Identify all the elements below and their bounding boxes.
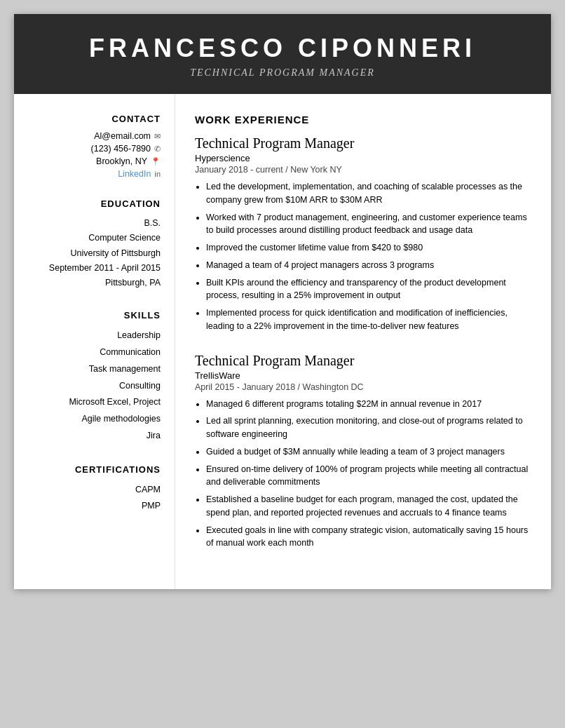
- contact-section-title: CONTACT: [31, 114, 161, 124]
- bullet-item: Executed goals in line with company stra…: [206, 524, 531, 551]
- edu-city: Pittsburgh, PA: [31, 276, 161, 290]
- phone-text: (123) 456-7890: [91, 144, 151, 154]
- education-details: B.S. Computer Science University of Pitt…: [31, 216, 161, 290]
- certifications-section: CERTIFICATIONS CAPMPMP: [31, 464, 161, 515]
- linkedin-icon: in: [154, 170, 161, 178]
- jobs-container: Technical Program ManagerHyperscienceJan…: [195, 135, 531, 550]
- contact-phone: (123) 456-7890 ✆: [31, 144, 161, 154]
- location-text: Brooklyn, NY: [96, 156, 147, 166]
- skill-item: Task management: [31, 361, 161, 378]
- bullet-item: Guided a budget of $3M annually while le…: [206, 445, 531, 459]
- education-section-title: EDUCATION: [31, 198, 161, 209]
- job-bullets: Led the development, implementation, and…: [195, 180, 531, 333]
- certifications-list: CAPMPMP: [31, 482, 161, 515]
- bullet-item: Improved the customer lifetime value fro…: [206, 241, 531, 255]
- edu-field: Computer Science: [31, 231, 161, 245]
- cert-item: PMP: [31, 498, 161, 515]
- resume-body: CONTACT Al@email.com ✉ (123) 456-7890 ✆ …: [14, 94, 551, 589]
- skills-section: SKILLS LeadershipCommunicationTask manag…: [31, 310, 161, 444]
- skills-list: LeadershipCommunicationTask managementCo…: [31, 328, 161, 444]
- education-section: EDUCATION B.S. Computer Science Universi…: [31, 198, 161, 290]
- job-bullets: Managed 6 different programs totaling $2…: [195, 398, 531, 551]
- bullet-item: Ensured on-time delivery of 100% of prog…: [206, 463, 531, 490]
- job-company: TrellisWare: [195, 370, 531, 381]
- job-title: Technical Program Manager: [195, 353, 531, 369]
- bullet-item: Managed a team of 4 project managers acr…: [206, 259, 531, 272]
- job-meta: April 2015 - January 2018 / Washington D…: [195, 382, 531, 392]
- edu-school: University of Pittsburgh: [31, 246, 161, 261]
- skill-item: Jira: [31, 428, 161, 445]
- contact-section: CONTACT Al@email.com ✉ (123) 456-7890 ✆ …: [31, 114, 161, 179]
- bullet-item: Established a baseline budget for each p…: [206, 493, 531, 520]
- skill-item: Leadership: [31, 328, 161, 344]
- skill-item: Consulting: [31, 378, 161, 395]
- job-title: Technical Program Manager: [195, 135, 531, 151]
- job-company: Hyperscience: [195, 153, 531, 163]
- contact-linkedin[interactable]: LinkedIn in: [31, 169, 161, 179]
- bullet-item: Led the development, implementation, and…: [206, 180, 531, 207]
- email-text: Al@email.com: [94, 131, 151, 141]
- certifications-section-title: CERTIFICATIONS: [31, 464, 161, 475]
- contact-email: Al@email.com ✉: [31, 131, 161, 141]
- left-column: CONTACT Al@email.com ✉ (123) 456-7890 ✆ …: [14, 94, 175, 589]
- job-meta: January 2018 - current / New York NY: [195, 165, 531, 175]
- skill-item: Communication: [31, 344, 161, 361]
- edu-degree: B.S.: [31, 216, 161, 231]
- bullet-item: Worked with 7 product management, engine…: [206, 211, 531, 238]
- skill-item: Microsoft Excel, Project: [31, 394, 161, 411]
- right-column: WORK EXPERIENCE Technical Program Manage…: [175, 94, 551, 589]
- skill-item: Agile methodologies: [31, 411, 161, 428]
- contact-location: Brooklyn, NY 📍: [31, 156, 161, 166]
- job-entry: Technical Program ManagerHyperscienceJan…: [195, 135, 531, 333]
- candidate-title: TECHNICAL PROGRAM MANAGER: [28, 67, 537, 79]
- candidate-name: FRANCESCO CIPONNERI: [28, 34, 537, 63]
- job-entry: Technical Program ManagerTrellisWareApri…: [195, 353, 531, 551]
- linkedin-link[interactable]: LinkedIn: [118, 169, 151, 179]
- email-icon: ✉: [154, 132, 161, 141]
- bullet-item: Implemented process for quick identifica…: [206, 306, 531, 333]
- phone-icon: ✆: [154, 144, 161, 154]
- bullet-item: Built KPIs around the efficiency and tra…: [206, 276, 531, 303]
- work-experience-title: WORK EXPERIENCE: [195, 114, 531, 126]
- cert-item: CAPM: [31, 482, 161, 499]
- skills-section-title: SKILLS: [31, 310, 161, 321]
- resume-document: FRANCESCO CIPONNERI TECHNICAL PROGRAM MA…: [14, 14, 551, 589]
- resume-header: FRANCESCO CIPONNERI TECHNICAL PROGRAM MA…: [14, 14, 551, 94]
- edu-dates: September 2011 - April 2015: [31, 261, 161, 276]
- bullet-item: Led all sprint planning, execution monit…: [206, 414, 531, 441]
- bullet-item: Managed 6 different programs totaling $2…: [206, 398, 531, 411]
- location-icon: 📍: [151, 157, 161, 166]
